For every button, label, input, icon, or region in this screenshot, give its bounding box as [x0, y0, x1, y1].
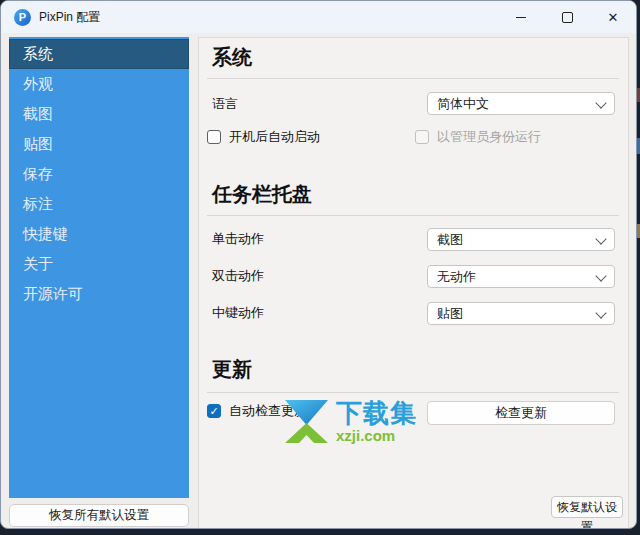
- sidebar-item-open-source-license[interactable]: 开源许可: [9, 279, 189, 309]
- chevron-down-icon: [595, 307, 606, 318]
- single-click-action-select[interactable]: 截图: [427, 228, 615, 251]
- chevron-down-icon: [595, 270, 606, 281]
- checkmark-icon: ✓: [209, 405, 218, 417]
- sidebar-item-about[interactable]: 关于: [9, 249, 189, 279]
- section-title-update: 更新: [212, 356, 252, 383]
- single-click-label: 单击动作: [212, 229, 264, 249]
- title-bar: P PixPin 配置 ✕: [1, 1, 636, 33]
- autostart-label: 开机后自动启动: [229, 129, 320, 145]
- run-as-admin-label: 以管理员身份运行: [437, 129, 541, 145]
- section-title-tray: 任务栏托盘: [212, 181, 312, 208]
- chevron-down-icon: [595, 97, 606, 108]
- pixpin-app-icon: P: [14, 9, 31, 26]
- double-click-label: 双击动作: [212, 266, 264, 286]
- reset-defaults-button[interactable]: 恢复默认设置: [551, 496, 623, 518]
- double-click-action-select[interactable]: 无动作: [427, 265, 615, 288]
- section-divider: [207, 215, 619, 216]
- language-select-value: 简体中文: [437, 96, 489, 111]
- sidebar-item-screenshot[interactable]: 截图: [9, 99, 189, 129]
- sidebar-item-hotkeys[interactable]: 快捷键: [9, 219, 189, 249]
- middle-click-action-value: 贴图: [437, 306, 463, 321]
- sidebar-item-annotate[interactable]: 标注: [9, 189, 189, 219]
- settings-content-panel: 系统 语言 简体中文 开机后自动启动 以管理员身份运行 任务栏托盘 单击动作 截…: [198, 37, 629, 529]
- auto-check-update-checkbox[interactable]: ✓: [207, 404, 221, 418]
- minimize-icon: [516, 17, 526, 18]
- close-icon: ✕: [608, 11, 619, 24]
- sidebar-item-save[interactable]: 保存: [9, 159, 189, 189]
- run-as-admin-checkbox: [415, 130, 429, 144]
- watermark-site-name: 下载集: [336, 398, 417, 428]
- language-label: 语言: [212, 94, 238, 114]
- close-button[interactable]: ✕: [590, 1, 636, 33]
- check-update-button[interactable]: 检查更新: [427, 401, 615, 425]
- reset-all-defaults-button[interactable]: 恢复所有默认设置: [9, 504, 189, 527]
- double-click-action-value: 无动作: [437, 269, 476, 284]
- section-divider: [207, 392, 619, 393]
- screenshot-root: P PixPin 配置 ✕ 系统 外观 截图 贴图 保存 标注 快捷键 关于 开…: [0, 0, 640, 535]
- watermark: 下载集 xzji.com: [283, 398, 417, 445]
- sidebar-item-appearance[interactable]: 外观: [9, 69, 189, 99]
- section-divider: [207, 78, 619, 79]
- watermark-domain: xzji.com: [336, 428, 417, 443]
- pixpin-config-window: P PixPin 配置 ✕ 系统 外观 截图 贴图 保存 标注 快捷键 关于 开…: [0, 0, 637, 529]
- sidebar-item-pin[interactable]: 贴图: [9, 129, 189, 159]
- middle-click-label: 中键动作: [212, 303, 264, 323]
- middle-click-action-select[interactable]: 贴图: [427, 302, 615, 325]
- section-title-system: 系统: [212, 44, 252, 71]
- xzji-logo-icon: [283, 398, 330, 445]
- chevron-down-icon: [595, 233, 606, 244]
- sidebar-item-system[interactable]: 系统: [9, 39, 189, 69]
- maximize-button[interactable]: [544, 1, 590, 33]
- window-title: PixPin 配置: [39, 1, 100, 33]
- autostart-checkbox[interactable]: [207, 130, 221, 144]
- maximize-icon: [562, 12, 573, 23]
- sidebar: 系统 外观 截图 贴图 保存 标注 快捷键 关于 开源许可: [9, 37, 189, 498]
- watermark-text: 下载集 xzji.com: [336, 398, 417, 443]
- single-click-action-value: 截图: [437, 232, 463, 247]
- language-select[interactable]: 简体中文: [427, 92, 615, 115]
- minimize-button[interactable]: [498, 1, 544, 33]
